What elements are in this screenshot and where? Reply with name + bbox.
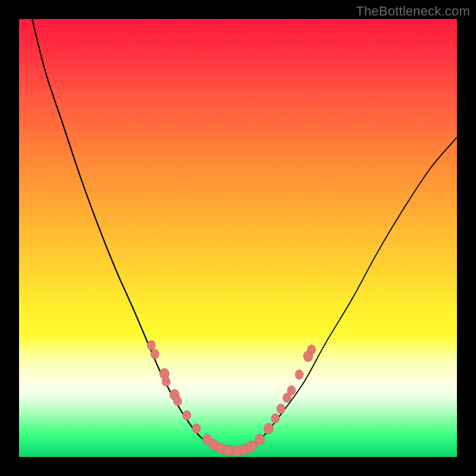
chart-frame: TheBottleneck.com [0, 0, 476, 476]
watermark-text: TheBottleneck.com [356, 4, 470, 19]
data-marker [162, 377, 170, 386]
data-markers [147, 340, 315, 456]
data-marker [255, 434, 265, 444]
data-marker [271, 414, 280, 423]
data-marker [264, 423, 274, 434]
curve-right-branch [251, 137, 457, 446]
data-marker [224, 445, 233, 456]
plot-area [19, 19, 457, 457]
curve-left-branch [32, 19, 212, 446]
data-marker [192, 424, 201, 433]
chart-svg [19, 19, 457, 457]
data-marker [173, 396, 181, 406]
data-marker [277, 404, 285, 414]
data-marker [287, 386, 296, 395]
data-marker [248, 440, 257, 451]
data-marker [151, 349, 159, 359]
data-marker [308, 345, 316, 355]
data-marker [295, 370, 303, 380]
data-marker [183, 411, 191, 420]
data-marker [147, 340, 155, 350]
